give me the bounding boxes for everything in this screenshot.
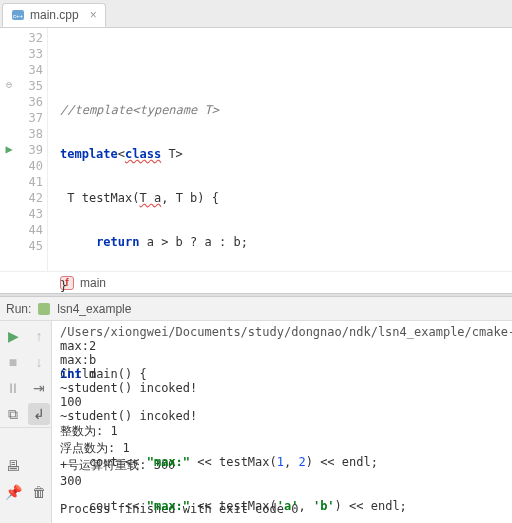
line-number: 42 <box>0 190 47 206</box>
cpp-file-icon: c++ <box>11 8 25 22</box>
stop-button[interactable]: ■ <box>0 349 26 375</box>
svg-text:c++: c++ <box>13 13 24 19</box>
line-number: 33 <box>0 46 47 62</box>
print-button[interactable]: 🖶 <box>0 453 26 479</box>
line-number: 40 <box>0 158 47 174</box>
code-area[interactable]: //template<typename T> template<class T>… <box>48 28 512 271</box>
code-comment: //template<typename T> <box>60 103 219 117</box>
line-number: 41 <box>0 174 47 190</box>
tab-filename: main.cpp <box>30 8 79 22</box>
layout-button[interactable]: ⧉ <box>0 401 26 427</box>
line-number: ⊖ 35 <box>0 78 47 94</box>
tab-main-cpp[interactable]: c++ main.cpp × <box>2 3 106 27</box>
run-gutter-icon[interactable]: ▶ <box>2 142 16 156</box>
line-number: ▶ 39 <box>0 142 47 158</box>
line-number: 44 <box>0 222 47 238</box>
line-number: 34 <box>0 62 47 78</box>
line-number: 36 <box>0 94 47 110</box>
collapse-icon[interactable]: ⊖ <box>2 78 16 92</box>
soft-wrap-button[interactable]: ↲ <box>28 403 50 425</box>
tab-close-icon[interactable]: × <box>90 8 97 22</box>
line-number: 45 <box>0 238 47 254</box>
line-number: 43 <box>0 206 47 222</box>
pause-button[interactable]: ⏸ <box>0 375 26 401</box>
pin-button[interactable]: 📌 <box>0 479 26 505</box>
run-label: Run: <box>6 302 31 316</box>
code-editor[interactable]: 32 33 34 ⊖ 35 36 37 38 ▶ 39 40 41 42 43 … <box>0 28 512 271</box>
run-toolbar: ▶ ↑ ■ ↓ ⏸ ⇥ ⧉ ↲ 🖶 📌 🗑 <box>0 321 52 523</box>
line-number: 32 <box>0 30 47 46</box>
editor-tab-strip: c++ main.cpp × <box>0 0 512 28</box>
line-number: 38 <box>0 126 47 142</box>
line-gutter: 32 33 34 ⊖ 35 36 37 38 ▶ 39 40 41 42 43 … <box>0 28 48 271</box>
rerun-button[interactable]: ▶ <box>0 323 26 349</box>
line-number: 37 <box>0 110 47 126</box>
